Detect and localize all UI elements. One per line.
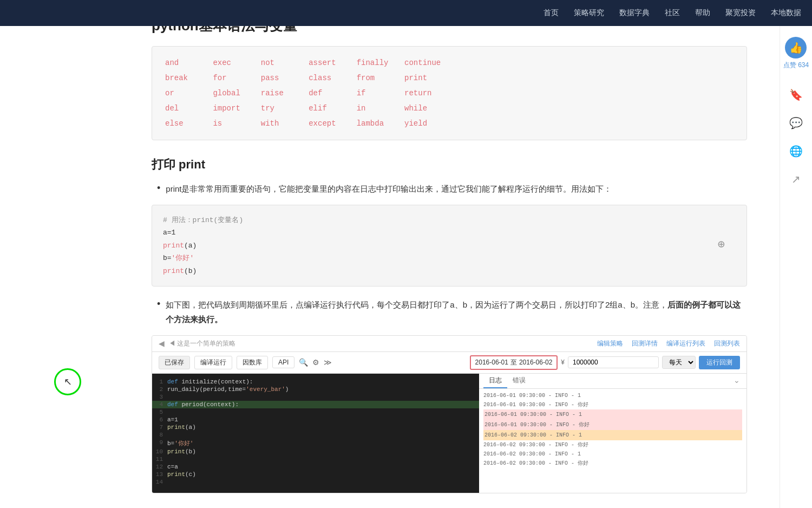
kw-try: try [261,101,304,116]
like-section: 👍 点赞 634 [783,37,809,70]
kw-lambda: lambda [357,116,400,131]
search-icon[interactable]: 🔍 [299,358,308,367]
kw-is: is [213,116,256,131]
code-line-8: 8 [152,431,479,439]
code-comment-text: # 用法：print(变量名) [163,216,243,224]
bullet-item-1: • print是非常常用而重要的语句，它能把变量里的内容在日志中打印输出出来，通… [152,181,747,196]
code-print-b-func: print [163,267,184,275]
btn-saved[interactable]: 已保存 [159,356,190,369]
nav-strategy[interactable]: 策略研究 [574,8,604,18]
kw-for: for [213,70,256,86]
log-line-8: 2016-06-02 09:30:00 - INFO - 你好 [483,460,588,466]
bullet2-plain: 如下图，把代码放到周期循环里后，点编译运行执行代码，每个交易日都打印了a、b，因… [166,300,667,309]
print-section-header: 打印 print [152,157,747,173]
nav-community[interactable]: 社区 [665,8,680,18]
log-expand-icon[interactable]: ⌄ [731,374,742,388]
code-a-assign: a=1 [163,229,175,237]
log-line-6: 2016-06-02 09:30:00 - INFO - 你好 [483,442,588,448]
nav-home[interactable]: 首页 [543,8,559,18]
btn-api[interactable]: API [272,356,294,368]
kw-import: import [213,101,256,116]
log-line-5: 2016-06-02 09:30:00 - INFO - 1 [483,430,742,440]
strategy-label: ◀ 这是一个简单的策略 [169,339,235,348]
keywords-row-4: del import try elif in while [165,101,734,116]
kw-elif: elif [309,101,352,116]
log-line-4: 2016-06-01 09:30:00 - INFO - 你好 [483,420,742,430]
kw-del: del [165,101,208,116]
tab-compile-run-list[interactable]: 编译运行列表 [666,339,705,348]
move-icon[interactable]: ⊕ [718,235,725,257]
log-line-7: 2016-06-02 09:30:00 - INFO - 1 [483,451,581,457]
code-print-a-arg: (a) [184,242,197,250]
bullet-text-1: print是非常常用而重要的语句，它能把变量里的内容在日志中打印输出出来，通过它… [166,181,612,196]
code-line-9: 9 b='你好' [152,439,479,448]
code-line-1: 1 def initialize(context): [152,378,479,386]
share-icon[interactable]: ↗ [787,170,806,189]
code-line-13: 13 print(c) [152,471,479,478]
log-tab-log[interactable]: 日志 [483,374,507,388]
date-end: 2016-06-02 [519,359,552,366]
date-range-input[interactable]: 2016-06-01 至 2016-06-02 [470,355,558,370]
code-line-5: 5 [152,408,479,416]
keywords-row-1: and exec not assert finally continue [165,55,734,70]
code-print-b-arg: (b) [184,267,197,275]
navbar: 首页 策略研究 数据字典 社区 帮助 聚宽投资 本地数据 [0,0,812,26]
freq-select[interactable]: 每天 [662,356,696,369]
nav-invest[interactable]: 聚宽投资 [725,8,756,18]
kw-pass: pass [261,70,304,86]
bookmark-icon[interactable]: 🔖 [787,85,806,105]
like-count: 点赞 634 [783,61,809,70]
kw-exec: exec [213,55,256,70]
screenshot-area: ◀ ◀ 这是一个简单的策略 编辑策略 回测详情 编译运行列表 回测列表 已保存 … [152,335,747,493]
code-line-12: 12 c=a [152,463,479,471]
kw-or: or [165,86,208,101]
date-sep: 至 [510,358,517,367]
code-comment: # 用法：print(变量名) [163,214,736,226]
more-icon[interactable]: ≫ [324,358,332,367]
tab-backtest-detail[interactable]: 回测详情 [632,339,658,348]
code-line-6: 6 a=1 [152,416,479,424]
amount-input[interactable] [568,356,659,368]
kw-global: global [213,86,256,101]
date-start: 2016-06-01 [475,359,508,366]
print-title-text: 打印 print [152,158,205,171]
log-line-3: 2016-06-01 09:30:00 - INFO - 1 [483,409,742,420]
btn-lib[interactable]: 因数库 [237,356,268,369]
weibo-icon[interactable]: 🌐 [787,141,806,161]
kw-break: break [165,70,208,86]
bullet-text-2: 如下图，把代码放到周期循环里后，点编译运行执行代码，每个交易日都打印了a、b，因… [166,297,747,327]
currency-symbol: ¥ [561,359,565,366]
kw-def: def [309,86,352,101]
log-tab-bar: 日志 错误 ⌄ [479,374,746,389]
nav-local-data[interactable]: 本地数据 [771,8,801,18]
like-button[interactable]: 👍 [785,37,807,58]
code-line-a: a=1 [163,226,736,239]
settings-icon[interactable]: ⚙ [312,358,319,367]
nav-help[interactable]: 帮助 [695,8,710,18]
code-line-4: 4 def period(context): [152,401,479,408]
nav-data-dict[interactable]: 数据字典 [619,8,650,18]
kw-raise: raise [261,86,304,101]
log-line-2: 2016-06-01 09:30:00 - INFO - 你好 [483,402,588,408]
kw-not: not [261,55,304,70]
arrow-left[interactable]: ◀ [159,339,165,348]
code-line-print-b: print(b) [163,265,736,277]
log-tab-error[interactable]: 错误 [507,374,531,388]
tab-links: 编辑策略 回测详情 编译运行列表 回测列表 [597,339,740,348]
tab-edit-strategy[interactable]: 编辑策略 [597,339,623,348]
bullet-dot-2: • [157,298,160,327]
keywords-row-3: or global raise def if return [165,86,734,101]
kw-in: in [357,101,400,116]
kw-print: print [404,70,448,86]
btn-compile-run[interactable]: 编译运行 [194,356,232,369]
kw-except: except [309,116,352,131]
wechat-icon[interactable]: 💬 [787,113,806,133]
kw-and: and [165,55,208,70]
tab-backtest-list[interactable]: 回测列表 [714,339,740,348]
run-btn[interactable]: 运行回测 [699,356,740,369]
code-line-10: 10 print(b) [152,448,479,455]
kw-else: else [165,116,208,131]
run-bar: 已保存 编译运行 因数库 API 🔍 ⚙ ≫ 2016-06-01 至 2016… [152,352,746,374]
kw-from: from [357,70,400,86]
log-line-1: 2016-06-01 09:30:00 - INFO - 1 [483,393,581,399]
